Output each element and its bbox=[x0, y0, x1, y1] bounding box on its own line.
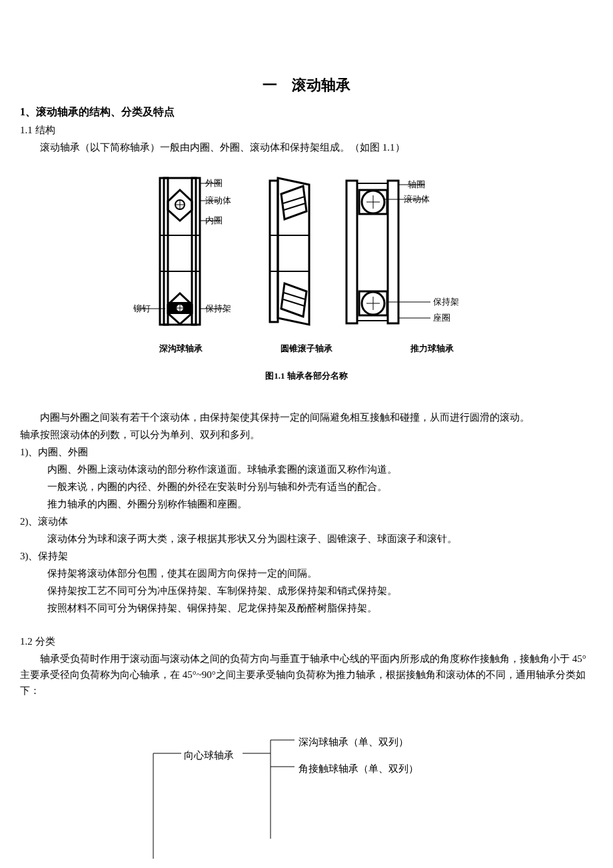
para-1-1-a: 滚动轴承（以下简称轴承）一般由内圈、外圈、滚动体和保持架组成。（如图 1.1） bbox=[20, 139, 593, 155]
fig-caption-1: 深沟球轴承 bbox=[159, 342, 203, 356]
svg-rect-2 bbox=[192, 178, 196, 325]
heading-sec1: 1、滚动轴承的结构、分类及特点 bbox=[20, 103, 593, 121]
label-roller3: 滚动体 bbox=[404, 194, 430, 204]
tree-node-radial-ball: 向心球轴承 bbox=[184, 747, 234, 763]
para-123-c: 按照材料不同可分为钢保持架、铜保持架、尼龙保持架及酚醛树脂保持架。 bbox=[20, 600, 593, 616]
para-1-2-a: 内圈与外圈之间装有若干个滚动体，由保持架使其保持一定的间隔避免相互接触和碰撞，从… bbox=[20, 409, 593, 425]
figure-1-1-caption: 图1.1 轴承各部分名称 bbox=[120, 369, 493, 383]
para-1-2-c: 轴承受负荷时作用于滚动面与滚动体之间的负荷方向与垂直于轴承中心线的平面内所形成的… bbox=[20, 651, 593, 699]
bearing-diagram-svg: 铆钉 外圈 滚动体 内圈 保持架 bbox=[133, 171, 480, 338]
tree-leaf-deep-groove: 深沟球轴承（单、双列） bbox=[299, 734, 408, 750]
label-cage1: 保持架 bbox=[205, 303, 231, 313]
figure-1-1: 铆钉 外圈 滚动体 内圈 保持架 bbox=[120, 171, 493, 383]
page-title: 一 滚动轴承 bbox=[20, 73, 593, 97]
para-123-b: 保持架按工艺不同可分为冲压保持架、车制保持架、成形保持架和销式保持架。 bbox=[20, 583, 593, 599]
heading-1-2: 1.2 分类 bbox=[20, 633, 593, 649]
heading-1-1: 1.1 结构 bbox=[20, 122, 593, 138]
svg-rect-17 bbox=[270, 181, 278, 322]
para-122-a: 滚动体分为球和滚子两大类，滚子根据其形状又分为圆柱滚子、圆锥滚子、球面滚子和滚针… bbox=[20, 531, 593, 547]
classification-tree: 向心球轴承 深沟球轴承（单、双列） 角接触球轴承（单、双列） bbox=[120, 725, 493, 859]
label-cage3: 保持架 bbox=[433, 297, 459, 307]
para-1-2-b: 轴承按照滚动体的列数，可以分为单列、双列和多列。 bbox=[20, 427, 593, 443]
label-axle-ring: 轴圈 bbox=[408, 179, 425, 189]
label-outer: 外圈 bbox=[205, 178, 223, 188]
label-seat-ring: 座圈 bbox=[433, 313, 450, 323]
para-121-c: 推力轴承的内圈、外圈分别称作轴圈和座圈。 bbox=[20, 496, 593, 512]
heading-item-3: 3)、保持架 bbox=[20, 548, 593, 564]
label-inner: 内圈 bbox=[205, 215, 223, 225]
fig-caption-2: 圆锥滚子轴承 bbox=[281, 342, 332, 356]
label-roller: 滚动体 bbox=[205, 195, 231, 205]
heading-item-2: 2)、滚动体 bbox=[20, 513, 593, 529]
fig-caption-3: 推力球轴承 bbox=[410, 342, 454, 356]
svg-rect-1 bbox=[164, 178, 168, 325]
svg-rect-24 bbox=[346, 181, 357, 323]
label-rivet: 铆钉 bbox=[133, 303, 151, 313]
tree-leaf-angular-contact: 角接触球轴承（单、双列） bbox=[299, 761, 418, 777]
para-121-a: 内圈、外圈上滚动体滚动的部分称作滚道面。球轴承套圈的滚道面又称作沟道。 bbox=[20, 461, 593, 477]
tapered-roller-bearing-icon bbox=[270, 178, 309, 325]
para-123-a: 保持架将滚动体部分包围，使其在圆周方向保持一定的间隔。 bbox=[20, 565, 593, 581]
para-121-b: 一般来说，内圈的内径、外圈的外径在安装时分别与轴和外壳有适当的配合。 bbox=[20, 479, 593, 495]
deep-groove-bearing-icon: 铆钉 外圈 滚动体 内圈 保持架 bbox=[133, 178, 231, 325]
thrust-ball-bearing-icon: 轴圈 滚动体 保持架 座圈 bbox=[346, 179, 459, 323]
heading-item-1: 1)、内圈、外圈 bbox=[20, 444, 593, 460]
